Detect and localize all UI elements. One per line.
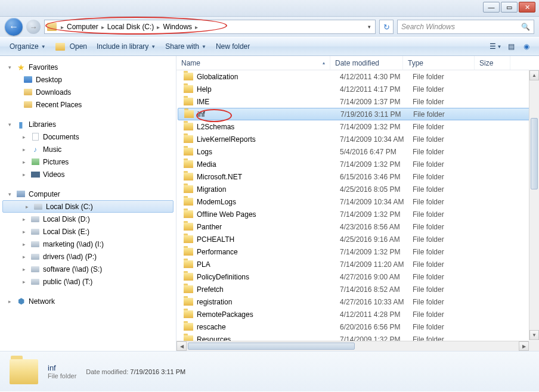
forward-button[interactable]: →	[26, 20, 41, 34]
file-name: PCHEALTH	[197, 235, 340, 244]
file-row[interactable]: Migration4/25/2016 8:05 PMFile folder	[176, 183, 539, 195]
back-button[interactable]: ←	[5, 18, 23, 36]
tree-marketing[interactable]: ▸marketing (\\ad) (I:)	[0, 238, 176, 250]
file-row[interactable]: registration4/27/2016 10:33 AMFile folde…	[176, 295, 539, 308]
tree-recent[interactable]: Recent Places	[0, 98, 176, 111]
file-name: PLA	[197, 260, 340, 269]
column-header-size[interactable]: Size	[475, 56, 510, 70]
scroll-thumb[interactable]	[531, 118, 538, 189]
preview-pane-button[interactable]: ▤	[503, 40, 519, 53]
tree-favorites[interactable]: ▾★Favorites	[0, 61, 176, 73]
share-with-menu[interactable]: Share with▼	[160, 38, 211, 55]
close-button[interactable]: ✕	[519, 2, 535, 13]
tree-desktop[interactable]: Desktop	[0, 73, 176, 86]
file-row[interactable]: RemotePackages4/12/2011 4:28 PMFile fold…	[176, 308, 539, 321]
tree-public[interactable]: ▸public (\\ad) (T:)	[0, 275, 176, 288]
file-row[interactable]: Globalization4/12/2011 4:30 PMFile folde…	[176, 70, 539, 83]
file-name: ModemLogs	[197, 198, 340, 206]
chevron-right-icon[interactable]: ▸	[100, 24, 106, 30]
file-row[interactable]: PolicyDefinitions4/27/2016 9:00 AMFile f…	[176, 270, 539, 283]
tree-software[interactable]: ▸software (\\ad) (S:)	[0, 263, 176, 275]
search-icon[interactable]: 🔍	[521, 23, 530, 31]
file-row[interactable]: LiveKernelReports7/14/2009 10:34 AMFile …	[176, 133, 539, 145]
open-button[interactable]: Open	[51, 38, 92, 55]
breadcrumb-drive[interactable]: Local Disk (C:)	[107, 23, 154, 31]
column-header-name[interactable]: Name▴	[176, 56, 330, 70]
file-row[interactable]: PCHEALTH4/25/2016 9:16 AMFile folder	[176, 233, 539, 245]
tree-documents[interactable]: ▸Documents	[0, 130, 176, 143]
chevron-right-icon[interactable]: ▸	[155, 24, 162, 30]
folder-icon	[184, 310, 193, 318]
refresh-button[interactable]: ↻	[379, 20, 394, 34]
file-row[interactable]: Offline Web Pages7/14/2009 1:32 PMFile f…	[176, 208, 539, 220]
file-row[interactable]: Logs5/4/2016 6:47 PMFile folder	[176, 145, 539, 158]
file-row[interactable]: Media7/14/2009 1:32 PMFile folder	[176, 158, 539, 170]
file-row[interactable]: Help4/12/2011 4:17 PMFile folder	[176, 83, 539, 95]
organize-menu[interactable]: Organize▼	[5, 38, 51, 55]
chevron-right-icon[interactable]: ▸	[193, 24, 200, 30]
file-row[interactable]: ModemLogs7/14/2009 10:34 AMFile folder	[176, 195, 539, 208]
file-date: 4/12/2011 4:28 PM	[340, 310, 413, 319]
column-header-type[interactable]: Type	[403, 56, 475, 70]
file-date: 7/14/2009 10:34 AM	[340, 135, 413, 144]
minimize-button[interactable]: —	[483, 2, 500, 13]
file-row[interactable]: IME7/14/2009 1:37 PMFile folder	[176, 95, 539, 108]
tree-downloads[interactable]: Downloads	[0, 86, 176, 98]
breadcrumb-dropdown[interactable]: ▾	[364, 24, 374, 30]
file-type: File folder	[413, 160, 484, 169]
file-row[interactable]: Prefetch7/14/2016 8:52 AMFile folder	[176, 283, 539, 295]
file-row[interactable]: rescache6/20/2016 6:56 PMFile folder	[176, 321, 539, 333]
help-button[interactable]: ◉	[519, 40, 534, 53]
file-row[interactable]: Panther4/23/2016 8:56 AMFile folder	[176, 220, 539, 233]
tree-music[interactable]: ▸♪Music	[0, 143, 176, 155]
file-date: 6/15/2016 3:46 PM	[340, 173, 413, 181]
folder-icon	[47, 23, 57, 31]
scroll-right-button[interactable]: ▶	[519, 341, 529, 351]
folder-icon	[184, 160, 193, 168]
tree-videos[interactable]: ▸Videos	[0, 168, 176, 181]
scroll-up-button[interactable]: ▲	[529, 70, 539, 80]
breadcrumb-computer[interactable]: Computer	[67, 23, 98, 31]
tree-computer[interactable]: ▾Computer	[0, 188, 176, 200]
libraries-icon: ▮	[16, 120, 26, 129]
vertical-scrollbar[interactable]: ▲ ▼	[529, 70, 539, 340]
file-type: File folder	[413, 260, 484, 269]
file-date: 4/25/2016 9:16 AM	[340, 235, 413, 244]
scroll-thumb[interactable]	[188, 343, 355, 350]
file-row[interactable]: L2Schemas7/14/2009 1:32 PMFile folder	[176, 120, 539, 133]
file-row[interactable]: inf7/19/2016 3:11 PMFile folder	[178, 108, 538, 120]
file-list[interactable]: Globalization4/12/2011 4:30 PMFile folde…	[176, 70, 539, 351]
tree-disk-c[interactable]: ▸Local Disk (C:)	[2, 200, 174, 213]
file-name: Media	[197, 160, 340, 169]
tree-libraries[interactable]: ▾▮Libraries	[0, 118, 176, 130]
file-row[interactable]: Microsoft.NET6/15/2016 3:46 PMFile folde…	[176, 170, 539, 183]
folder-icon	[184, 298, 193, 306]
file-row[interactable]: PLA7/14/2009 11:20 AMFile folder	[176, 258, 539, 270]
file-name: registration	[197, 298, 340, 306]
folder-icon	[184, 223, 193, 231]
tree-disk-d[interactable]: ▸Local Disk (D:)	[0, 213, 176, 225]
file-date: 4/12/2011 4:30 PM	[340, 73, 413, 81]
tree-pictures[interactable]: ▸Pictures	[0, 155, 176, 168]
breadcrumb[interactable]: ▸ Computer ▸ Local Disk (C:) ▸ Windows ▸…	[44, 20, 376, 34]
tree-drivers[interactable]: ▸drivers (\\ad) (P:)	[0, 250, 176, 263]
view-mode-button[interactable]: ☰▼	[488, 40, 503, 53]
tree-network[interactable]: ▸⬢Network	[0, 295, 176, 307]
horizontal-scrollbar[interactable]: ◀ ▶	[176, 341, 529, 351]
file-date: 7/14/2009 1:32 PM	[340, 210, 413, 219]
file-row[interactable]: Performance7/14/2009 1:32 PMFile folder	[176, 245, 539, 258]
breadcrumb-folder[interactable]: Windows	[163, 23, 192, 31]
column-header-date[interactable]: Date modified	[330, 56, 403, 70]
tree-disk-e[interactable]: ▸Local Disk (E:)	[0, 225, 176, 238]
new-folder-button[interactable]: New folder	[211, 38, 255, 55]
scroll-left-button[interactable]: ◀	[176, 341, 187, 351]
file-type: File folder	[413, 135, 484, 144]
file-type: File folder	[413, 110, 485, 119]
file-type: File folder	[413, 285, 484, 294]
chevron-right-icon[interactable]: ▸	[59, 24, 66, 30]
search-input[interactable]: Search Windows 🔍	[397, 20, 534, 34]
drive-icon	[31, 216, 39, 222]
scroll-down-button[interactable]: ▼	[529, 330, 539, 340]
maximize-button[interactable]: ▭	[501, 2, 518, 13]
include-library-menu[interactable]: Include in library▼	[92, 38, 160, 55]
